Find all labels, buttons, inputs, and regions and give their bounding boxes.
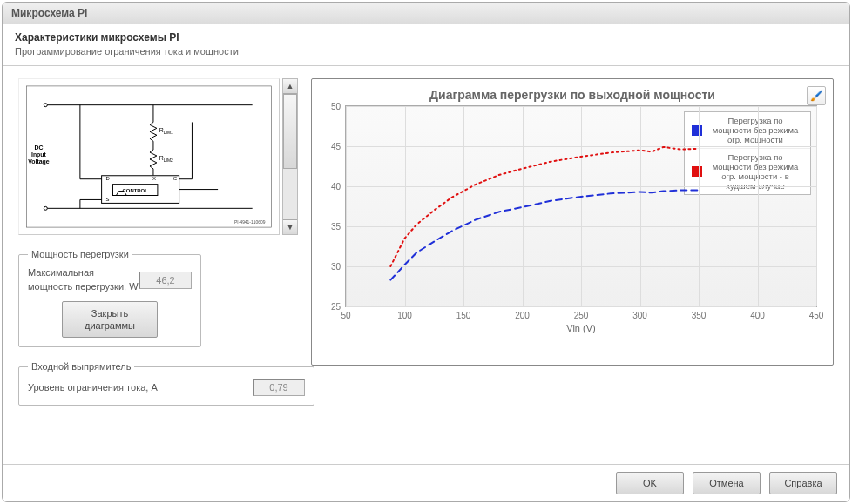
max-overload-value: 46,2 xyxy=(139,272,192,289)
ytick: 45 xyxy=(331,142,346,151)
ytick: 50 xyxy=(331,102,346,111)
ytick: 40 xyxy=(331,182,346,192)
chart-xlabel: Vin (V) xyxy=(345,323,817,333)
svg-text:CONTROL: CONTROL xyxy=(123,188,149,193)
subheader: Характеристики микросхемы PI Программиро… xyxy=(3,24,849,66)
svg-text:PI-4941-110609: PI-4941-110609 xyxy=(234,220,266,225)
xtick: 450 xyxy=(809,306,824,320)
xtick: 100 xyxy=(397,306,412,320)
svg-point-4 xyxy=(44,206,47,210)
title-bar: Микросхема PI xyxy=(3,3,849,24)
chart-frame: 🖌️ Диаграмма перегрузки по выходной мощн… xyxy=(311,78,834,366)
content-area: DC Input Voltage RLIM1 RLIM2 xyxy=(3,66,849,464)
scroll-up-button[interactable]: ▲ xyxy=(283,79,297,94)
dialog-footer: OK Отмена Справка xyxy=(3,464,849,501)
xtick: 350 xyxy=(692,306,707,320)
scroll-track[interactable] xyxy=(283,94,297,219)
svg-text:Input: Input xyxy=(31,151,47,158)
edit-chart-icon[interactable]: 🖌️ xyxy=(807,86,826,105)
xtick: 50 xyxy=(341,306,350,320)
scroll-thumb[interactable] xyxy=(283,94,297,169)
svg-point-2 xyxy=(44,104,47,107)
ytick: 30 xyxy=(331,262,346,272)
svg-text:DC: DC xyxy=(34,144,43,151)
chart-title: Диаграмма перегрузки по выходной мощност… xyxy=(322,88,822,102)
xtick: 150 xyxy=(456,306,471,320)
help-button[interactable]: Справка xyxy=(769,472,837,494)
xtick: 200 xyxy=(515,306,530,320)
svg-text:S: S xyxy=(106,197,110,202)
xtick: 400 xyxy=(750,306,765,320)
chart-plot: Перегрузка по мощности без режима огр. м… xyxy=(345,105,817,332)
left-pane: DC Input Voltage RLIM1 RLIM2 xyxy=(18,78,308,457)
overload-group: Мощность перегрузки Максимальная мощност… xyxy=(18,249,201,347)
schematic-scrollbar[interactable]: ▲ ▼ xyxy=(282,78,298,235)
svg-text:Voltage: Voltage xyxy=(28,158,50,165)
svg-text:LIM2: LIM2 xyxy=(164,158,173,163)
ok-button[interactable]: OK xyxy=(616,472,684,494)
svg-text:LIM1: LIM1 xyxy=(164,131,173,135)
svg-text:C: C xyxy=(173,176,178,181)
rectifier-group: Входной выпрямитель Уровень ограничения … xyxy=(18,361,314,406)
subheader-title: Характеристики микросхемы PI xyxy=(15,31,837,44)
dialog-window: Микросхема PI Характеристики микросхемы … xyxy=(2,2,850,502)
right-pane: 🖌️ Диаграмма перегрузки по выходной мощн… xyxy=(311,78,834,457)
xtick: 300 xyxy=(632,306,647,320)
current-limit-value: 0,79 xyxy=(253,379,305,396)
svg-text:D: D xyxy=(106,176,110,181)
overload-legend: Мощность перегрузки xyxy=(28,249,132,259)
subheader-desc: Программирование ограничения тока и мощн… xyxy=(15,46,837,57)
schematic-wrap: DC Input Voltage RLIM1 RLIM2 xyxy=(18,78,308,235)
window-title: Микросхема PI xyxy=(11,7,87,19)
current-limit-label: Уровень ограничения тока, A xyxy=(28,381,253,395)
plot-area: Перегрузка по мощности без режима огр. м… xyxy=(345,105,817,307)
close-diagrams-button[interactable]: Закрыть диаграммы xyxy=(62,301,158,339)
xtick: 250 xyxy=(574,306,589,320)
cancel-button[interactable]: Отмена xyxy=(693,472,761,494)
scroll-down-button[interactable]: ▼ xyxy=(283,219,297,234)
max-overload-label: Максимальная мощность перегрузки, W xyxy=(28,266,139,294)
schematic-view[interactable]: DC Input Voltage RLIM1 RLIM2 xyxy=(18,78,280,235)
svg-text:X: X xyxy=(152,176,156,181)
ytick: 35 xyxy=(331,222,346,232)
schematic-image: DC Input Voltage RLIM1 RLIM2 xyxy=(19,79,279,234)
svg-rect-0 xyxy=(27,86,272,227)
rectifier-legend: Входной выпрямитель xyxy=(28,361,134,372)
